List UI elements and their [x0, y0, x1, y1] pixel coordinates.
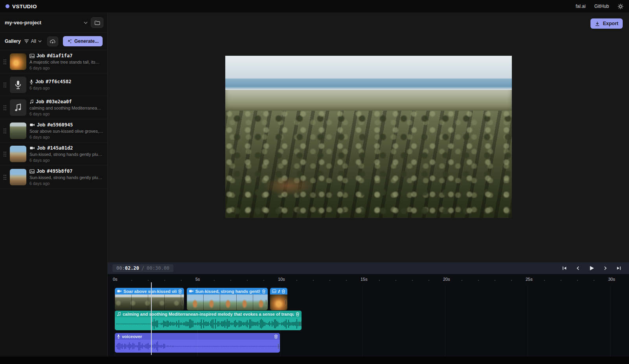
job-thumbnail: [10, 77, 26, 93]
job-description: calming and soothing Mediterranean-…: [29, 106, 103, 110]
open-project-folder-button[interactable]: [91, 17, 103, 28]
delete-clip-button[interactable]: [262, 289, 266, 294]
timeline-gridline: [445, 285, 445, 357]
ruler-minor-tick: [412, 280, 413, 281]
ruler-tick-label: 5s: [195, 277, 200, 282]
step-back-button[interactable]: [576, 265, 580, 271]
clip-label: Soar above sun-kissed olive: [123, 289, 177, 294]
clip-waveform-area: [115, 317, 302, 330]
video-camera-icon: [29, 123, 35, 127]
resize-handle[interactable]: [299, 321, 301, 327]
preview-sky: [225, 56, 512, 79]
drag-handle-icon[interactable]: [3, 174, 7, 180]
delete-clip-button[interactable]: [296, 312, 300, 316]
delete-clip-button[interactable]: [281, 289, 285, 294]
video-camera-icon: [29, 146, 35, 150]
job-description: Sun-kissed, strong hands gently pluck…: [29, 175, 103, 180]
music-note-icon: [117, 312, 121, 316]
download-icon: [595, 21, 600, 26]
generate-button[interactable]: Generate...: [63, 36, 103, 46]
job-item[interactable]: Job #d1af1fa7 A majestic olive tree stan…: [0, 50, 107, 73]
ruler-minor-tick: [296, 280, 297, 281]
ruler-minor-tick: [230, 280, 231, 281]
nav-link-falai[interactable]: fal.ai: [576, 4, 585, 9]
ruler-minor-tick: [214, 280, 215, 281]
delete-clip-button[interactable]: [274, 334, 278, 339]
clip-label: calming and soothing Mediterranean-inspi…: [123, 312, 294, 316]
job-id: #e5960945: [47, 122, 73, 128]
preview-hills: [225, 90, 512, 111]
job-description: Soar above sun-kissed olive groves,…: [29, 129, 103, 134]
timeline-ruler[interactable]: 0s5s10s15s20s25s30s: [108, 274, 629, 285]
nav-link-github[interactable]: GitHub: [594, 4, 609, 9]
gallery-title: Gallery: [5, 38, 21, 44]
image-icon: [29, 169, 35, 174]
project-name[interactable]: my-veo-project: [5, 20, 81, 26]
resize-handle[interactable]: [285, 300, 287, 305]
skip-to-end-button[interactable]: [616, 265, 622, 271]
ruler-tick-label: 15s: [360, 277, 368, 282]
job-timestamp: 6 days ago: [29, 66, 103, 70]
step-forward-button[interactable]: [603, 265, 608, 271]
ruler-minor-tick: [247, 280, 248, 281]
timeline-gridline: [197, 285, 198, 357]
resize-handle[interactable]: [265, 300, 267, 305]
job-item[interactable]: Job #495b8f07 Sun-kissed, strong hands g…: [0, 166, 107, 189]
timeline-clip-video-1[interactable]: Soar above sun-kissed olive: [115, 288, 184, 310]
job-thumbnail: [10, 146, 26, 162]
music-note-icon: [14, 103, 22, 112]
upload-button[interactable]: [47, 37, 58, 46]
drag-handle-icon[interactable]: [3, 151, 7, 157]
ruler-minor-tick: [131, 280, 132, 281]
timeline[interactable]: 0s5s10s15s20s25s30s Soar above sun-kisse…: [108, 274, 629, 357]
ruler-tick-label: 0s: [113, 277, 118, 282]
gallery-filter[interactable]: All: [24, 38, 42, 44]
settings-gear-icon[interactable]: [618, 4, 623, 9]
resize-handle[interactable]: [278, 344, 279, 349]
gallery-header: Gallery All: [0, 33, 107, 50]
clip-filmstrip: [115, 294, 184, 310]
drag-handle-icon[interactable]: [3, 105, 7, 110]
drag-handle-icon[interactable]: [3, 82, 7, 88]
video-camera-icon: [189, 289, 194, 293]
job-timestamp: 6 days ago: [29, 112, 103, 116]
logo-dot-icon: [6, 4, 9, 8]
timeline-clip-video-2[interactable]: Sun-kissed, strong hands gently plu: [187, 288, 268, 310]
timeline-tracks: Soar above sun-kissed olive Sun-kissed, …: [108, 285, 629, 357]
ruler-minor-tick: [148, 280, 149, 281]
job-item[interactable]: Job #145a01d2 Sun-kissed, strong hands g…: [0, 143, 107, 166]
drag-handle-icon[interactable]: [3, 59, 7, 64]
timeline-gridline: [362, 285, 363, 357]
job-item[interactable]: Job #e5960945 Soar above sun-kissed oliv…: [0, 119, 107, 143]
ruler-minor-tick: [164, 280, 165, 281]
image-icon: [272, 289, 276, 293]
chevron-down-icon[interactable]: [84, 22, 88, 24]
export-button[interactable]: Export: [590, 18, 623, 29]
timeline-gridline: [280, 285, 280, 357]
ruler-minor-tick: [395, 280, 396, 281]
skip-to-start-button[interactable]: [561, 265, 568, 271]
job-id: #495b8f07: [47, 168, 72, 174]
drag-handle-icon[interactable]: [3, 128, 7, 134]
job-timestamp: 6 days ago: [29, 181, 103, 186]
video-camera-icon: [117, 289, 122, 293]
delete-clip-button[interactable]: [178, 289, 182, 294]
job-item[interactable]: Job #7f6c4582 6 days ago: [0, 73, 107, 96]
timeline-clip-image[interactable]: A: [270, 288, 287, 310]
playhead[interactable]: [151, 282, 152, 355]
job-thumbnail: [10, 99, 26, 116]
video-preview[interactable]: [225, 56, 512, 218]
timeline-clip-music[interactable]: calming and soothing Mediterranean-inspi…: [115, 311, 302, 330]
job-item[interactable]: Job #03e2ea0f calming and soothing Medit…: [0, 96, 107, 119]
music-note-icon: [29, 99, 34, 104]
play-button[interactable]: [588, 265, 595, 272]
job-id: #7f6c4582: [46, 79, 71, 84]
timeline-controls-bar: 00:02.20/00:30.00: [108, 262, 629, 274]
transport-controls: [561, 265, 622, 272]
timeline-gridline: [610, 285, 611, 357]
resize-handle[interactable]: [182, 300, 183, 305]
ruler-tick-label: 20s: [443, 277, 450, 282]
total-time: 00:30.00: [147, 265, 169, 271]
ruler-minor-tick: [495, 280, 495, 281]
sparkles-icon: [67, 39, 72, 44]
